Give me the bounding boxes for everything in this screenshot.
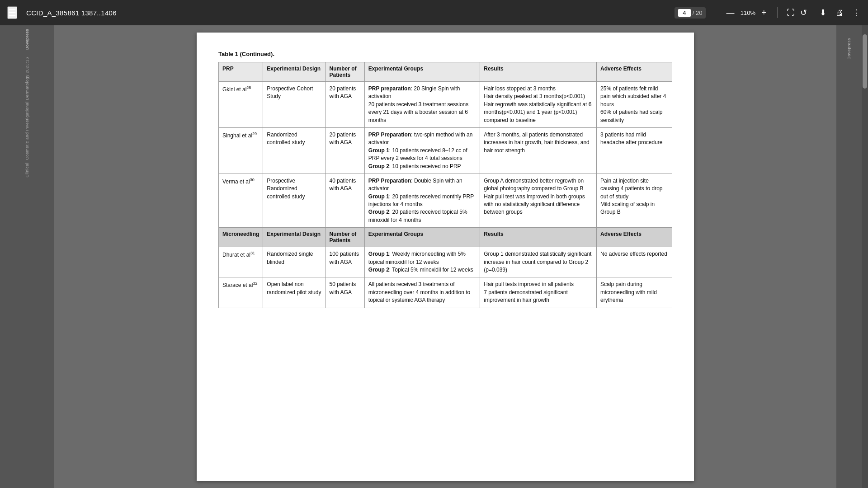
col-header-patients: Number of Patients xyxy=(326,62,364,82)
page-total: / 20 xyxy=(693,9,703,16)
cell-results: Hair loss stopped at 3 months Hair densi… xyxy=(480,82,597,128)
sidebar-logo: Dovepress xyxy=(25,29,29,50)
fit-page-button[interactable]: ⛶ xyxy=(787,8,795,18)
cell-author: Gkini et al28 xyxy=(219,82,263,128)
download-button[interactable]: ⬇ xyxy=(820,8,826,18)
table-row: Dhurat et al31 Randomized single blinded… xyxy=(219,247,672,277)
cell-design: Prospective Cohort Study xyxy=(263,82,326,128)
left-sidebar: Dovepress Clinical, Cosmetic and Investi… xyxy=(0,25,54,488)
toolbar: ☰ CCID_A_385861 1387..1406 / 20 — 110% +… xyxy=(0,0,868,25)
cell-author: Dhurat et al31 xyxy=(219,247,263,277)
cell-patients: 20 patients with AGA xyxy=(326,82,364,128)
scrollbar[interactable] xyxy=(862,25,868,488)
cell-patients: 50 patients with AGA xyxy=(326,277,364,308)
table-row: Singhal et al29 Randomized controlled st… xyxy=(219,127,672,174)
page-navigation: / 20 xyxy=(675,7,706,19)
cell-groups: PRP Preparation: Double Spin with an act… xyxy=(364,174,480,227)
col-header-adverse-m: Adverse Effects xyxy=(597,228,672,247)
zoom-controls: — 110% + xyxy=(724,8,768,18)
table-caption: Table 1 (Continued). xyxy=(218,51,672,57)
toolbar-divider-1 xyxy=(715,7,715,18)
document-title: CCID_A_385861 1387..1406 xyxy=(26,9,117,17)
table-row: Gkini et al28 Prospective Cohort Study 2… xyxy=(219,82,672,128)
col-header-patients-m: Number of Patients xyxy=(326,228,364,247)
cell-groups: Group 1: Weekly microneedling with 5% to… xyxy=(364,247,480,277)
cell-adverse: Pain at injection site causing 4 patient… xyxy=(597,174,672,227)
cell-author: Singhal et al29 xyxy=(219,127,263,174)
col-header-groups: Experimental Groups xyxy=(364,62,480,82)
toolbar-right-icons: ⬇ 🖨 ⋮ xyxy=(820,8,861,18)
history-button[interactable]: ↺ xyxy=(800,8,807,18)
page-document: Table 1 (Continued). PRP Experimental De… xyxy=(197,33,694,481)
toolbar-divider-2 xyxy=(777,7,778,18)
cell-adverse: 3 patients had mild headache after proce… xyxy=(597,127,672,174)
menu-button[interactable]: ☰ xyxy=(7,6,17,19)
cell-results: Hair pull tests improved in all patients… xyxy=(480,277,597,308)
cell-design: Prospective Randomized controlled study xyxy=(263,174,326,227)
cell-patients: 20 patients with AGA xyxy=(326,127,364,174)
cell-author: Starace et al32 xyxy=(219,277,263,308)
cell-results: After 3 months, all patients demonstrate… xyxy=(480,127,597,174)
zoom-in-button[interactable]: + xyxy=(760,8,768,18)
cell-design: Randomized controlled study xyxy=(263,127,326,174)
cell-groups: All patients received 3 treatments of mi… xyxy=(364,277,480,308)
right-sidebar: Dovepress xyxy=(836,25,862,488)
col-header-design-m: Experimental Design xyxy=(263,228,326,247)
cell-adverse: Scalp pain during microneedling with mil… xyxy=(597,277,672,308)
cell-design: Randomized single blinded xyxy=(263,247,326,277)
more-options-button[interactable]: ⋮ xyxy=(853,8,861,18)
table-caption-suffix: (Continued). xyxy=(240,51,274,57)
cell-author: Verma et al30 xyxy=(219,174,263,227)
document-area[interactable]: Table 1 (Continued). PRP Experimental De… xyxy=(54,25,836,488)
cell-patients: 40 patients with AGA xyxy=(326,174,364,227)
cell-patients: 100 patients with AGA xyxy=(326,247,364,277)
cell-adverse: No adverse effects reported xyxy=(597,247,672,277)
cell-adverse: 25% of patients felt mild pain which sub… xyxy=(597,82,672,128)
section-header-microneedling: Microneedling Experimental Design Number… xyxy=(219,228,672,247)
zoom-level: 110% xyxy=(739,9,757,16)
col-header-adverse: Adverse Effects xyxy=(597,62,672,82)
cell-groups: PRP Preparation: two-spin method with an… xyxy=(364,127,480,174)
col-header-results: Results xyxy=(480,62,597,82)
data-table: PRP Experimental Design Number of Patien… xyxy=(218,62,672,308)
table-caption-number: Table 1 xyxy=(218,51,238,57)
cell-design: Open label non randomized pilot study xyxy=(263,277,326,308)
table-row: Verma et al30 Prospective Randomized con… xyxy=(219,174,672,227)
cell-results: Group 1 demonstrated statistically signi… xyxy=(480,247,597,277)
col-header-design: Experimental Design xyxy=(263,62,326,82)
page-number-input[interactable] xyxy=(678,9,691,17)
col-header-groups-m: Experimental Groups xyxy=(364,228,480,247)
col-header-results-m: Results xyxy=(480,228,597,247)
cell-results: Group A demonstrated better regrowth on … xyxy=(480,174,597,227)
col-header-microneedling: Microneedling xyxy=(219,228,263,247)
table-row: Starace et al32 Open label non randomize… xyxy=(219,277,672,308)
main-content: Dovepress Clinical, Cosmetic and Investi… xyxy=(0,25,868,488)
right-sidebar-text: Dovepress xyxy=(847,38,851,60)
scrollbar-thumb[interactable] xyxy=(863,34,867,89)
col-header-prp: PRP xyxy=(219,62,263,82)
cell-groups: PRP preparation: 20 Single Spin with act… xyxy=(364,82,480,128)
zoom-out-button[interactable]: — xyxy=(724,8,736,18)
table-header-row: PRP Experimental Design Number of Patien… xyxy=(219,62,672,82)
print-button[interactable]: 🖨 xyxy=(835,8,844,18)
sidebar-journal-text: Clinical, Cosmetic and Investigational D… xyxy=(24,57,30,178)
